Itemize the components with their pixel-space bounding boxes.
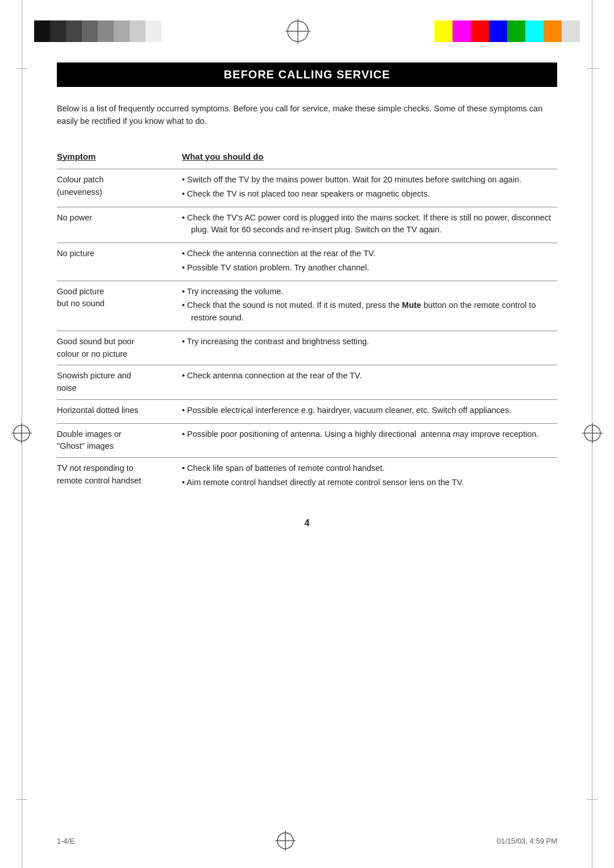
right-color-strip — [434, 20, 580, 42]
table-row: Colour patch(uneveness) Switch off the T… — [57, 169, 557, 207]
bullet-list: Possible poor positioning of antenna. Us… — [182, 428, 557, 441]
list-item: Possible TV station problem. Try another… — [182, 262, 557, 274]
bullet-list: Check the TV's AC power cord is plugged … — [182, 212, 557, 237]
action-text: Check the TV's AC power cord is plugged … — [182, 207, 557, 243]
bullet-list: Try increasing the contrast and brightne… — [182, 336, 557, 348]
page-number: 4 — [57, 518, 557, 528]
list-item: Check life span of batteries of remote c… — [182, 462, 557, 475]
symptom-table: Symptom What you should do Colour patch(… — [57, 146, 557, 495]
tick-left-top — [16, 68, 27, 69]
bullet-list: Check antenna connection at the rear of … — [182, 370, 557, 382]
intro-text: Below is a list of frequently occurred s… — [57, 103, 557, 128]
list-item: Check the TV is not placed too near spea… — [182, 188, 557, 201]
table-row: Good picturebut no sound Try increasing … — [57, 281, 557, 331]
left-color-strip — [34, 20, 161, 42]
symptom-text: Good picturebut no sound — [57, 281, 182, 331]
list-item: Check the TV's AC power cord is plugged … — [182, 212, 557, 237]
list-item: Aim remote control handset directly at r… — [182, 477, 557, 489]
main-content: BEFORE CALLING SERVICE Below is a list o… — [0, 57, 614, 574]
symptom-text: Good sound but poorcolour or no picture — [57, 331, 182, 365]
bullet-list: Try increasing the volume. Check that th… — [182, 286, 557, 324]
list-item: Possible poor positioning of antenna. Us… — [182, 428, 557, 441]
table-row: Horizontal dotted lines Possible electri… — [57, 399, 557, 423]
bullet-list: Possible electrical interference e.g. ha… — [182, 404, 557, 417]
footer-left: 1-4/E — [57, 837, 74, 845]
left-crosshair — [11, 423, 32, 445]
table-row: Snowish picture andnoise Check antenna c… — [57, 365, 557, 400]
symptom-header: Symptom — [57, 146, 182, 169]
list-item: Try increasing the contrast and brightne… — [182, 336, 557, 348]
list-item: Switch off the TV by the mains power but… — [182, 174, 557, 186]
footer-crosshair — [275, 831, 296, 851]
table-row: No power Check the TV's AC power cord is… — [57, 207, 557, 243]
top-bar-area — [0, 0, 614, 57]
symptom-text: Snowish picture andnoise — [57, 365, 182, 400]
action-header: What you should do — [182, 146, 557, 169]
tick-right-bottom — [587, 799, 598, 800]
page-title: BEFORE CALLING SERVICE — [68, 68, 546, 81]
list-item: Try increasing the volume. — [182, 286, 557, 298]
table-row: Good sound but poorcolour or no picture … — [57, 331, 557, 365]
footer: 1-4/E 01/15/03, 4:59 PM — [57, 831, 557, 851]
right-crosshair — [582, 423, 603, 445]
bold-keyword: Mute — [402, 301, 421, 310]
symptom-text: No power — [57, 207, 182, 243]
tick-right-top — [587, 68, 598, 69]
symptom-text: Colour patch(uneveness) — [57, 169, 182, 207]
tick-left-bottom — [16, 799, 27, 800]
list-item: Check the antenna connection at the rear… — [182, 248, 557, 260]
list-item: Possible electrical interference e.g. ha… — [182, 404, 557, 417]
symptom-text: Double images or"Ghost" images — [57, 423, 182, 458]
bullet-list: Switch off the TV by the mains power but… — [182, 174, 557, 201]
action-text: Check antenna connection at the rear of … — [182, 365, 557, 400]
list-item: Check antenna connection at the rear of … — [182, 370, 557, 382]
symptom-text: TV not responding toremote control hands… — [57, 458, 182, 495]
action-text: Check life span of batteries of remote c… — [182, 458, 557, 495]
table-row: TV not responding toremote control hands… — [57, 458, 557, 495]
table-row: No picture Check the antenna connection … — [57, 243, 557, 281]
action-text: Try increasing the contrast and brightne… — [182, 331, 557, 365]
title-box: BEFORE CALLING SERVICE — [57, 62, 557, 87]
action-text: Possible poor positioning of antenna. Us… — [182, 423, 557, 458]
table-header-row: Symptom What you should do — [57, 146, 557, 169]
symptom-text: No picture — [57, 243, 182, 281]
action-text: Try increasing the volume. Check that th… — [182, 281, 557, 331]
action-text: Switch off the TV by the mains power but… — [182, 169, 557, 207]
table-row: Double images or"Ghost" images Possible … — [57, 423, 557, 458]
action-text: Possible electrical interference e.g. ha… — [182, 399, 557, 423]
top-crosshair — [284, 17, 312, 45]
bullet-list: Check the antenna connection at the rear… — [182, 248, 557, 274]
list-item: Check that the sound is not muted. If it… — [182, 299, 557, 324]
bullet-list: Check life span of batteries of remote c… — [182, 462, 557, 489]
action-text: Check the antenna connection at the rear… — [182, 243, 557, 281]
footer-right: 01/15/03, 4:59 PM — [497, 837, 557, 845]
symptom-text: Horizontal dotted lines — [57, 399, 182, 423]
